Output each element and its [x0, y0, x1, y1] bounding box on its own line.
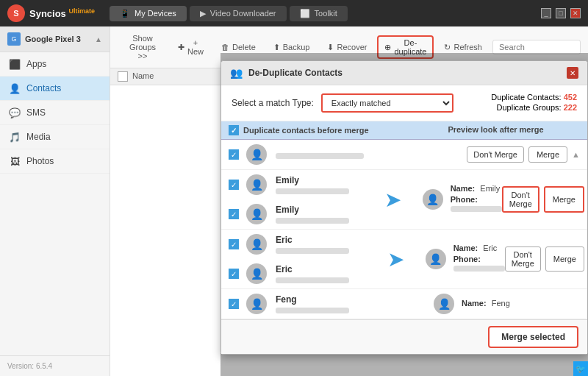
show-groups-button[interactable]: Show Groups >> — [118, 31, 168, 63]
feng-preview: 👤 Name: Feng — [426, 294, 587, 314]
eric-arrow: ➤ — [374, 230, 418, 288]
new-label: + New — [187, 38, 204, 56]
deduplicate-icon: ⊕ — [384, 43, 391, 52]
dup-groups-label: Duplicate Groups: — [497, 103, 562, 112]
col-left-label: Duplicate contacts before merge — [243, 126, 369, 135]
eric-avatar-1: 👤 — [246, 234, 267, 255]
feng-check-1[interactable]: ✓ — [229, 299, 239, 309]
checkbox-1[interactable]: ✓ — [229, 149, 239, 160]
tab-video-downloader[interactable]: ▶ Video Downloader — [190, 6, 287, 21]
apps-icon: ⬛ — [9, 58, 21, 70]
emily-preview: 👤 Name: Emily Phone: — [415, 184, 502, 215]
eric-check-1[interactable]: ✓ — [229, 239, 239, 249]
feng-preview-name-row: Name: Feng — [462, 299, 510, 308]
eric-left: ✓ 👤 Eric ✓ 👤 — [221, 230, 374, 288]
dedup-modal: 👥 De-Duplicate Contacts ✕ Select a match… — [220, 60, 588, 355]
feng-phone-1 — [276, 308, 349, 313]
dup-contacts-label: Duplicate Contacts: — [491, 93, 561, 102]
new-button[interactable]: ✚ + New — [171, 35, 211, 59]
dont-merge-button-1[interactable]: Don't Merge — [467, 146, 524, 163]
modal-header: 👥 De-Duplicate Contacts ✕ — [221, 61, 587, 85]
eric-name-label: Name: — [453, 244, 478, 252]
emily-check-1[interactable]: ✓ — [229, 180, 239, 190]
emily-row-1: ✓ 👤 Emily — [221, 170, 371, 199]
merge-selected-button[interactable]: Merge selected — [488, 326, 578, 348]
eric-right: 👤 Name: Eric Phone: — [418, 230, 587, 288]
nav-tabs: 📱 My Devices ▶ Video Downloader ⬜ Toolki… — [110, 6, 348, 21]
col-check[interactable]: ✓ — [229, 125, 239, 135]
arrow-icon-3: ➤ — [387, 247, 404, 272]
emily-preview-avatar-img: 👤 — [423, 189, 443, 210]
sidebar-item-contacts[interactable]: 👤 Contacts — [0, 77, 110, 101]
check-col: ✓ — [229, 149, 243, 160]
emily-arrow: ➤ — [371, 170, 415, 229]
eric-check-2[interactable]: ✓ — [229, 269, 239, 279]
eric-preview-avatar-img: 👤 — [426, 249, 446, 269]
eric-phone-val — [453, 266, 505, 272]
avatar-1: 👤 — [246, 144, 267, 165]
feng-right: 👤 Name: Feng — [426, 289, 587, 319]
modal-overlay: 👥 De-Duplicate Contacts ✕ Select a match… — [220, 53, 588, 376]
plus-icon: ✚ — [178, 43, 184, 52]
sidebar-sms-label: SMS — [26, 107, 46, 118]
select-all-checkbox[interactable] — [118, 71, 132, 82]
tab-video-downloader-label: Video Downloader — [210, 9, 276, 18]
eric-preview-info: Name: Eric Phone: — [453, 244, 505, 274]
match-type-select[interactable]: Exactly matched Similar match — [321, 93, 453, 113]
emily-phone-1 — [276, 188, 349, 194]
sidebar-item-media[interactable]: 🎵 Media — [0, 125, 110, 149]
photos-icon: 🖼 — [9, 155, 21, 167]
maximize-button[interactable]: □ — [556, 8, 566, 18]
emily-left: ✓ 👤 Emily ✓ 👤 — [221, 170, 371, 229]
modal-footer: Merge selected — [221, 319, 587, 354]
modal-close-button[interactable]: ✕ — [567, 67, 578, 79]
eric-preview-name-val: Eric — [483, 244, 497, 252]
emily-name-1: Emily — [276, 175, 364, 185]
contact-group-1-row: ✓ 👤 Don't Merge — [221, 140, 587, 169]
close-button[interactable]: ✕ — [570, 8, 581, 18]
window-controls: _ □ ✕ — [541, 8, 581, 18]
tab-my-devices[interactable]: 📱 My Devices — [110, 6, 187, 21]
contact-group-1-left: ✓ 👤 — [221, 140, 404, 169]
eric-merge-button[interactable]: Merge — [545, 246, 584, 272]
emily-info-1: Emily — [270, 175, 364, 194]
merge-button-1[interactable]: Merge — [528, 146, 567, 163]
tab-toolkit[interactable]: ⬜ Toolkit — [290, 6, 348, 21]
emily-dont-merge-button[interactable]: Don't Merge — [502, 186, 539, 213]
device-name: Google Pixel 3 — [25, 35, 90, 43]
sidebar-photos-label: Photos — [26, 156, 54, 166]
twitter-button[interactable]: 🐦 — [573, 361, 588, 376]
main-layout: G Google Pixel 3 ▲ ⬛ Apps 👤 Contacts 💬 S… — [0, 26, 588, 376]
sidebar-item-sms[interactable]: 💬 SMS — [0, 101, 110, 125]
contact-group-3: ✓ 👤 Eric ✓ 👤 — [221, 230, 587, 289]
recover-icon: ⬇ — [327, 43, 334, 52]
emily-phone-val — [451, 206, 502, 212]
delete-button[interactable]: 🗑 Delete — [214, 40, 263, 54]
sidebar-item-apps[interactable]: ⬛ Apps — [0, 52, 110, 77]
emily-preview-name-val: Emily — [480, 184, 500, 193]
sidebar: G Google Pixel 3 ▲ ⬛ Apps 👤 Contacts 💬 S… — [0, 26, 110, 376]
emily-right: 👤 Name: Emily Phone: — [415, 170, 587, 229]
match-type-row: Select a match Type: Exactly matched Sim… — [232, 93, 453, 113]
feng-preview-name-val: Feng — [492, 299, 510, 308]
minimize-button[interactable]: _ — [541, 8, 551, 18]
eric-row-1: ✓ 👤 Eric — [221, 230, 374, 259]
sidebar-item-photos[interactable]: 🖼 Photos — [0, 149, 110, 174]
emily-avatar-2: 👤 — [246, 204, 267, 224]
feng-info-1: Feng — [270, 294, 375, 313]
emily-check-2[interactable]: ✓ — [229, 209, 239, 219]
eric-info-1: Eric — [270, 235, 367, 254]
delete-label: Delete — [232, 43, 256, 52]
eric-preview: 👤 Name: Eric Phone: — [418, 244, 505, 274]
eric-action-btns: Don't Merge Merge — [505, 246, 587, 272]
emily-merge-button[interactable]: Merge — [544, 186, 584, 213]
sidebar-contacts-label: Contacts — [26, 83, 61, 93]
checkbox-icon — [118, 71, 128, 82]
emily-name-2: Emily — [276, 205, 364, 215]
eric-dont-merge-button[interactable]: Don't Merge — [505, 246, 541, 272]
avatar-col-1: 👤 — [243, 144, 270, 165]
top-bar: S Syncios Ultimate 📱 My Devices ▶ Video … — [0, 0, 588, 26]
contacts-icon: 👤 — [9, 82, 21, 94]
search-input[interactable] — [492, 40, 581, 54]
app-edition: Ultimate — [68, 7, 95, 15]
